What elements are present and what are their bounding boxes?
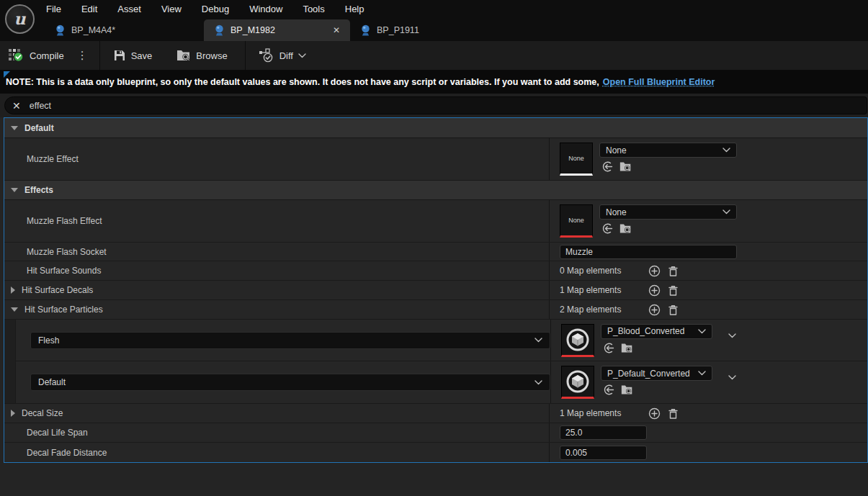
clear-search-icon[interactable]: ✕ — [12, 100, 21, 112]
search-input[interactable] — [30, 101, 318, 111]
panel-corner-marker — [4, 71, 10, 78]
property-label: Decal Life Span — [11, 428, 88, 438]
particle-cube-icon — [565, 327, 591, 353]
asset-tab-bar: BP_M4A4* BP_M1982 ✕ BP_P1911 — [0, 18, 868, 41]
open-full-blueprint-editor-link[interactable]: Open Full Blueprint Editor — [603, 77, 715, 87]
asset-dropdown[interactable]: None — [599, 204, 737, 220]
property-label: Muzzle Effect — [11, 154, 79, 164]
menu-item-view[interactable]: View — [161, 4, 182, 14]
section-header-label: Effects — [24, 185, 53, 195]
diff-button[interactable]: Diff — [251, 41, 313, 70]
property-label: Muzzle Flash Socket — [11, 247, 107, 257]
toolbar-divider — [245, 41, 246, 70]
clear-map-elements-icon[interactable] — [667, 284, 679, 297]
clear-map-elements-icon[interactable] — [667, 407, 679, 420]
menu-item-edit[interactable]: Edit — [81, 4, 97, 14]
use-selected-asset-icon[interactable] — [601, 222, 613, 235]
property-label: Muzzle Flash Effect — [11, 216, 102, 226]
search-field[interactable]: ✕ — [4, 96, 867, 114]
hit-surface-particles-entries: Flesh — [4, 320, 867, 403]
use-selected-asset-icon[interactable] — [602, 342, 614, 354]
property-row-muzzle-effect: Muzzle Effect None None — [4, 138, 867, 181]
use-selected-asset-icon[interactable] — [601, 161, 613, 173]
map-elements-count: 2 Map elements — [560, 305, 648, 315]
tab-bp-p1911[interactable]: BP_P1911 — [350, 19, 458, 41]
add-map-element-icon[interactable] — [648, 284, 661, 297]
menu-item-help[interactable]: Help — [345, 4, 364, 14]
compile-button[interactable]: Compile — [0, 41, 71, 70]
property-row-hit-surface-decals: Hit Surface Decals 1 Map elements — [4, 281, 867, 300]
surface-key-dropdown[interactable]: Default — [30, 374, 550, 391]
tab-label: BP_P1911 — [377, 25, 419, 35]
property-row-hit-surface-particles: Hit Surface Particles 2 Map elements — [4, 300, 867, 320]
surface-key-dropdown[interactable]: Flesh — [30, 332, 550, 349]
browse-to-asset-icon[interactable] — [621, 384, 633, 396]
add-map-element-icon[interactable] — [648, 304, 661, 316]
add-map-element-icon[interactable] — [648, 407, 661, 420]
add-map-element-icon[interactable] — [648, 265, 661, 277]
property-label: Decal Size — [22, 408, 63, 418]
particle-cube-icon — [565, 369, 591, 394]
particle-system-thumbnail[interactable] — [561, 324, 594, 357]
browse-to-asset-icon[interactable] — [619, 222, 632, 235]
unreal-engine-logo[interactable]: u — [5, 4, 35, 34]
menu-item-window[interactable]: Window — [249, 4, 282, 14]
chevron-down-icon — [534, 338, 542, 343]
toolbar-divider — [99, 41, 100, 70]
expand-arrow-icon[interactable] — [11, 126, 18, 130]
chevron-down-icon — [698, 329, 706, 334]
search-row: ✕ — [0, 94, 868, 117]
menu-item-tools[interactable]: Tools — [303, 4, 324, 14]
expand-arrow-icon[interactable] — [11, 188, 18, 192]
particle-system-thumbnail[interactable] — [561, 366, 594, 399]
clear-map-elements-icon[interactable] — [667, 265, 679, 277]
close-tab-icon[interactable]: ✕ — [333, 25, 340, 35]
compile-options-button[interactable]: ⋮ — [71, 49, 94, 62]
property-row-muzzle-flash-effect: Muzzle Flash Effect None None — [4, 200, 867, 243]
property-label: Hit Surface Decals — [22, 285, 93, 295]
asset-thumbnail[interactable]: None — [560, 204, 593, 238]
browse-button[interactable]: Browse — [169, 41, 234, 70]
browse-to-asset-icon[interactable] — [621, 342, 633, 354]
blueprint-icon — [214, 24, 225, 37]
tab-bp-m4a4[interactable]: BP_M4A4* — [45, 19, 204, 41]
chevron-down-icon — [722, 209, 730, 215]
section-default[interactable]: Default — [4, 118, 867, 138]
expand-arrow-icon[interactable] — [11, 410, 15, 417]
property-row-decal-life-span: Decal Life Span — [4, 423, 867, 443]
asset-dropdown[interactable]: P_Blood_Converted — [601, 324, 712, 339]
use-selected-asset-icon[interactable] — [602, 384, 614, 396]
property-row-decal-fade-distance: Decal Fade Distance — [4, 443, 867, 462]
blueprint-icon — [55, 24, 66, 37]
chevron-down-icon — [722, 148, 730, 153]
asset-dropdown[interactable]: P_Default_Converted — [601, 366, 712, 381]
menu-item-debug[interactable]: Debug — [202, 4, 229, 14]
decal-life-span-input[interactable] — [560, 425, 647, 440]
data-only-note: NOTE: This is a data only blueprint, so … — [0, 70, 868, 94]
muzzle-flash-socket-input[interactable] — [560, 245, 737, 259]
map-entry-row-flesh: Flesh — [16, 320, 867, 361]
element-options-chevron-icon[interactable] — [728, 333, 736, 338]
section-header-label: Default — [24, 123, 54, 133]
menu-item-file[interactable]: File — [46, 4, 61, 14]
asset-dropdown[interactable]: None — [599, 143, 737, 158]
asset-thumbnail[interactable]: None — [560, 143, 593, 176]
decal-fade-distance-input[interactable] — [560, 446, 647, 460]
diff-icon — [259, 48, 274, 63]
chevron-down-icon — [534, 380, 542, 385]
tab-bp-m1982[interactable]: BP_M1982 ✕ — [204, 19, 350, 41]
property-label: Hit Surface Sounds — [11, 266, 101, 276]
menu-item-asset[interactable]: Asset — [117, 4, 141, 14]
save-button[interactable]: Save — [106, 41, 160, 70]
map-elements-count: 1 Map elements — [560, 408, 648, 418]
nesting-gutter — [4, 320, 16, 403]
expand-arrow-icon[interactable] — [11, 287, 15, 294]
browse-icon — [176, 49, 191, 62]
expand-arrow-icon[interactable] — [11, 307, 18, 312]
element-options-chevron-icon[interactable] — [728, 375, 736, 380]
property-label: Hit Surface Particles — [24, 305, 103, 315]
clear-map-elements-icon[interactable] — [667, 304, 679, 316]
section-effects[interactable]: Effects — [4, 181, 867, 200]
property-row-muzzle-flash-socket: Muzzle Flash Socket — [4, 243, 867, 261]
browse-to-asset-icon[interactable] — [619, 161, 632, 173]
